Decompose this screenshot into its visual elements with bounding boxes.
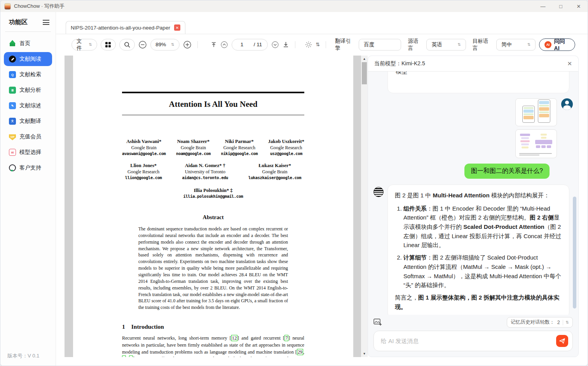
tab-document[interactable]: NIPS-2017-attention-is-all-you-need-Pape… — [66, 21, 185, 34]
citation-link[interactable]: 29 — [297, 349, 303, 355]
version-label: 版本号：V 0.1 — [7, 352, 39, 359]
sort-toggle-button[interactable]: ⇅ — [316, 42, 320, 47]
chat-close-icon[interactable]: ✕ — [567, 60, 572, 67]
source-lang-select[interactable]: 英语 ⇅ — [426, 39, 466, 51]
citation-link[interactable]: 5 — [129, 356, 133, 357]
mha-mini-diagram — [535, 134, 552, 148]
app-logo-icon — [4, 3, 11, 10]
dropdown-icon: ⇅ — [527, 42, 530, 47]
citation-link[interactable]: 2 — [122, 356, 126, 357]
sidebar: 功能区 首页 文献阅读 Q 文献检索 ≣ 文献分析 ✎ 文献综 — [0, 12, 56, 366]
authors-row-3: Illia Polosukhin* ‡illia.polosukhin@gmai… — [122, 188, 304, 199]
toolbar-divider — [197, 41, 198, 48]
target-lang-value: 简中 — [501, 41, 512, 48]
chat-header: 当前模型：Kimi-K2.5 ✕ — [368, 56, 578, 71]
sidebar-item-home[interactable]: 首页 — [0, 36, 56, 51]
chevron-down-circle-icon — [271, 41, 279, 49]
engine-select[interactable]: 百度 — [359, 39, 401, 51]
pdf-page: Attention Is All You Need Ashish Vaswani… — [73, 56, 353, 357]
page-number-input[interactable] — [237, 42, 247, 47]
memory-rounds-value: 2 — [557, 320, 560, 325]
send-button[interactable] — [556, 335, 568, 347]
search-button[interactable] — [119, 39, 135, 51]
sidebar-item-model-select[interactable]: AI 模型选择 — [0, 145, 56, 160]
brightness-button[interactable] — [305, 41, 312, 48]
sidebar-item-vip[interactable]: VIP 充值会员 — [0, 129, 56, 145]
message-input[interactable] — [381, 338, 556, 344]
file-button[interactable]: 文件 ⇅ — [72, 39, 97, 51]
citation-link[interactable]: 7 — [284, 335, 288, 341]
author: Noam Shazeer*Google Brainnoam@google.com — [176, 139, 211, 156]
sidebar-item-support[interactable]: 客户支持 — [0, 160, 56, 176]
memory-rounds-label: 记忆历史对话轮数： — [511, 319, 555, 326]
source-lang-value: 英语 — [431, 41, 442, 48]
app-window: ChowChow · 写作助手 — □ ✕ 功能区 首页 文献阅读 Q — [0, 0, 588, 366]
minus-circle-icon — [138, 40, 147, 49]
sidebar-item-label: 模型选择 — [19, 149, 41, 156]
menu-list-icon[interactable] — [43, 20, 49, 25]
sidebar-item-literature-review[interactable]: ✎ 文献综述 — [0, 98, 56, 113]
authors-row-2: Llion Jones*Google Researchllion@google.… — [122, 163, 304, 180]
ai-badge-icon: AI — [544, 41, 551, 48]
close-button[interactable]: ✕ — [570, 0, 588, 12]
user-message-images — [373, 98, 573, 158]
sidebar-item-literature-search[interactable]: Q 文献检索 — [0, 67, 56, 82]
ai-paragraph: 图 2 是图 1 中 Multi-Head Attention 模块的内部结构展… — [395, 191, 562, 200]
dropdown-icon: ⇅ — [457, 42, 461, 47]
paper-title: Attention Is All You Need — [122, 99, 304, 109]
sun-icon — [305, 41, 312, 48]
toolbar-divider — [295, 41, 295, 48]
stepper-icon[interactable]: ⇅ — [566, 320, 569, 324]
pdf-scrollbar-thumb[interactable] — [362, 62, 367, 84]
sidebar-item-literature-translate[interactable]: 文 文献翻译 — [0, 113, 56, 129]
user-avatar — [561, 98, 573, 110]
figure-caption-line — [519, 155, 539, 155]
sidebar-item-literature-reading[interactable]: 文献阅读 — [4, 52, 52, 66]
maximize-button[interactable]: □ — [552, 0, 570, 12]
tab-close-icon[interactable]: ✕ — [174, 24, 180, 31]
target-lang-select[interactable]: 简中 ⇅ — [496, 39, 536, 51]
ai-paragraph: 简言之，图 1 展示整体架构，图 2 拆解其中注意力模块的具体实现。 — [395, 293, 562, 311]
sidebar-item-literature-analysis[interactable]: ≣ 文献分析 — [0, 82, 56, 98]
scroll-down-icon[interactable]: ▼ — [361, 352, 368, 356]
scroll-up-icon[interactable]: ▲ — [361, 57, 368, 61]
headset-icon — [9, 164, 16, 171]
dropdown-icon: ⇅ — [171, 42, 174, 47]
citation-link[interactable]: 12 — [231, 335, 237, 341]
sidebar-item-label: 客户支持 — [19, 164, 41, 171]
chat-scrollbar-thumb[interactable] — [573, 197, 576, 308]
intro-text: Recurrent neural networks, long short-te… — [122, 335, 304, 357]
author: Ashish Vaswani*Google Brainavaswani@goog… — [122, 139, 166, 156]
title-rule-top — [122, 92, 304, 93]
zoom-level-select[interactable]: 89% ⇅ — [150, 39, 179, 51]
thumbnail-grid-button[interactable] — [101, 39, 116, 51]
toolbar-divider — [326, 41, 326, 48]
prev-page-button[interactable] — [220, 41, 228, 49]
translate-icon: 文 — [9, 118, 16, 125]
ask-ai-button[interactable]: AI 问问AI — [539, 38, 575, 51]
download-icon — [283, 41, 289, 48]
minimize-button[interactable]: — — [534, 0, 552, 12]
sidebar-divider — [5, 31, 51, 32]
go-top-button[interactable] — [211, 42, 217, 48]
ai-model-icon: AI — [9, 149, 16, 156]
title-rule-bottom — [122, 115, 304, 115]
decoder-mini-diagram — [538, 99, 550, 123]
download-button[interactable] — [283, 41, 289, 48]
zoom-in-button[interactable] — [183, 40, 192, 49]
vip-badge-icon: VIP — [9, 133, 16, 140]
previous-ai-message-clipped: 模型 — [387, 71, 569, 93]
attach-image-button[interactable] — [373, 319, 382, 326]
target-lang-label: 目标语言 — [473, 38, 493, 52]
window-controls: — □ ✕ — [534, 0, 588, 12]
section-heading: 1 Introduction — [122, 323, 304, 330]
authors-row-1: Ashish Vaswani*Google Brainavaswani@goog… — [122, 139, 304, 156]
zoom-out-button[interactable] — [138, 40, 147, 49]
figure2-thumbnail[interactable] — [515, 129, 557, 158]
figure1-thumbnail[interactable] — [515, 98, 557, 126]
next-page-button[interactable] — [271, 41, 279, 49]
author: Jakob Uszkoreit*Google Researchusz@googl… — [268, 139, 304, 156]
tab-bar: NIPS-2017-attention-is-all-you-need-Pape… — [56, 12, 588, 34]
memory-rounds-control[interactable]: 记忆历史对话轮数： 2 ⇅ — [507, 317, 573, 328]
pdf-scrollbar[interactable]: ▲ ▼ — [361, 56, 368, 357]
